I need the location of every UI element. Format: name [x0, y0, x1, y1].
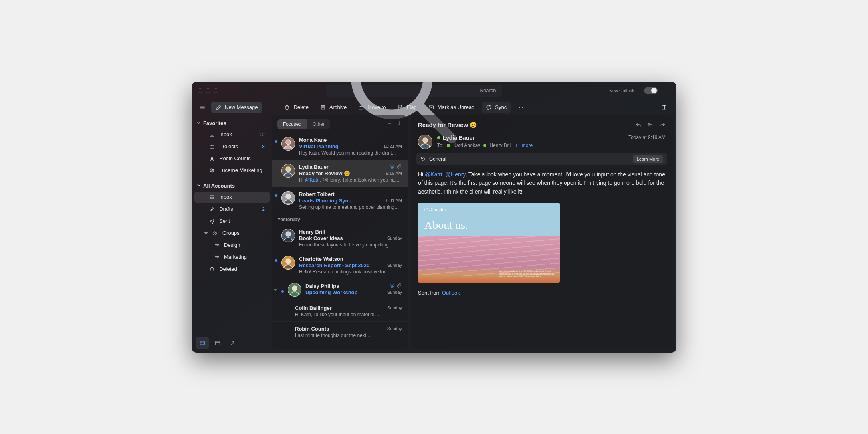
sidebar-drafts[interactable]: Drafts2 — [194, 204, 270, 215]
favorites-section-header[interactable]: Favorites — [192, 118, 272, 129]
learn-more-button[interactable]: Learn More — [633, 155, 663, 163]
message-item[interactable]: Henry Brill Book Cover IdeasSunday Found… — [272, 225, 408, 252]
filter-button[interactable] — [387, 121, 392, 128]
chevron-down-icon — [204, 231, 208, 235]
message-item[interactable]: Charlotte Waltson Research Report - Sept… — [272, 252, 408, 279]
hamburger-button[interactable] — [197, 102, 208, 113]
chevron-down-icon — [197, 121, 201, 125]
mention-link[interactable]: @Henry — [445, 171, 466, 178]
archive-button[interactable]: Archive — [316, 102, 351, 113]
flag-button[interactable]: Flag — [393, 102, 421, 113]
more-apps-icon[interactable] — [242, 337, 254, 349]
reading-pane-header: Ready for Review 😊 — [411, 115, 673, 132]
app-window: Search New Outlook New Message Delete Ar… — [192, 82, 676, 353]
calendar-app-icon[interactable] — [211, 337, 224, 349]
forward-button[interactable] — [659, 121, 666, 129]
svg-rect-6 — [429, 106, 434, 109]
svg-point-14 — [212, 169, 214, 170]
sidebar-favorite-person[interactable]: Robin Counts — [194, 153, 270, 164]
presence-indicator — [483, 144, 486, 147]
panel-toggle-button[interactable] — [657, 102, 671, 113]
reading-pane: Ready for Review 😊 Lydia Bauer To: Katri… — [411, 115, 673, 349]
sidebar-favorite-group[interactable]: Lucerne Marketing — [194, 165, 270, 176]
message-item[interactable]: Lydia Bauer Ready for Review 😊9:19 AM Hi… — [272, 160, 408, 187]
message-list-panel: Focused Other Mona Kane Virtual Planning… — [272, 115, 408, 349]
tag-icon — [420, 156, 426, 162]
trash-icon — [209, 266, 215, 272]
outlook-link[interactable]: Outlook — [442, 290, 460, 296]
search-field[interactable]: Search — [326, 85, 502, 97]
new-outlook-toggle[interactable] — [644, 87, 658, 94]
category-label: General — [429, 156, 446, 162]
new-message-button[interactable]: New Message — [211, 102, 262, 113]
sender-name: Lydia Bauer — [437, 135, 624, 141]
search-placeholder: Search — [480, 87, 496, 93]
sync-button[interactable]: Sync — [482, 102, 511, 113]
sidebar-groups[interactable]: Groups — [194, 228, 270, 239]
mention-icon — [389, 164, 395, 170]
svg-point-12 — [211, 157, 213, 159]
mark-unread-button[interactable]: Mark as Unread — [424, 102, 478, 113]
inline-image[interactable]: 01/Chapter About us. Lorem ipsum dolor s… — [418, 203, 560, 283]
svg-point-24 — [232, 341, 234, 343]
reply-all-button[interactable] — [647, 121, 654, 129]
message-item[interactable]: Robin CountsSunday Last minute thoughts … — [272, 322, 408, 342]
mention-link[interactable]: @Katri — [425, 171, 442, 178]
more-recipients-link[interactable]: +1 more — [515, 143, 533, 148]
svg-point-32 — [391, 166, 393, 168]
svg-point-25 — [246, 343, 247, 343]
mention-icon — [389, 283, 395, 289]
message-item[interactable]: Daisy Phillips Upcoming WorkshopSunday — [272, 279, 408, 301]
sidebar-deleted[interactable]: Deleted — [194, 264, 270, 275]
message-item[interactable]: Robert Tolbert Leads Planning Sync8:31 A… — [272, 187, 408, 214]
avatar — [281, 256, 295, 270]
group-icon — [214, 254, 220, 260]
svg-point-8 — [521, 107, 521, 108]
other-tab[interactable]: Other — [307, 119, 330, 129]
message-item[interactable]: Mona Kane Virtual Planning10:21 AM Hey K… — [272, 133, 408, 160]
sender-block: Lydia Bauer To: Katri Ahokas Henry Brill… — [411, 132, 673, 153]
reply-button[interactable] — [635, 121, 642, 129]
more-actions-button[interactable] — [514, 102, 528, 113]
message-item[interactable]: Colin BallingerSunday Hi Katri, I'd like… — [272, 301, 408, 322]
people-app-icon[interactable] — [226, 337, 239, 349]
focused-other-tabs: Focused Other — [277, 119, 330, 129]
mail-app-icon[interactable] — [196, 337, 209, 349]
compose-icon — [215, 104, 222, 111]
svg-point-18 — [217, 244, 218, 245]
category-bar: General Learn More — [416, 153, 667, 165]
focused-tab[interactable]: Focused — [277, 119, 307, 129]
inbox-icon — [209, 194, 215, 200]
sender-avatar — [418, 135, 432, 149]
message-list-header: Focused Other — [272, 115, 408, 133]
sent-icon — [209, 218, 215, 224]
message-list: Mona Kane Virtual Planning10:21 AM Hey K… — [272, 133, 408, 349]
presence-indicator — [447, 144, 450, 147]
sidebar-sent[interactable]: Sent — [194, 216, 270, 227]
zoom-window-button[interactable] — [214, 88, 218, 93]
svg-point-44 — [422, 158, 423, 159]
svg-point-19 — [215, 256, 217, 257]
svg-point-43 — [423, 138, 428, 143]
sidebar-group-design[interactable]: Design — [194, 240, 270, 251]
sort-button[interactable] — [396, 121, 402, 128]
email-body: Hi @Katri, @Henry, Take a look when you … — [411, 169, 673, 304]
avatar — [281, 164, 295, 178]
sidebar-favorite-projects[interactable]: Projects8 — [194, 141, 270, 152]
minimize-window-button[interactable] — [206, 88, 210, 93]
unread-dot — [275, 140, 277, 143]
move-to-button[interactable]: Move to — [354, 102, 390, 113]
sidebar-group-marketing[interactable]: Marketing — [194, 252, 270, 263]
avatar — [281, 137, 295, 151]
sidebar-inbox[interactable]: Inbox — [194, 192, 270, 203]
chevron-down-icon — [197, 184, 201, 188]
delete-button[interactable]: Delete — [280, 102, 313, 113]
all-accounts-section-header[interactable]: All Accounts — [192, 180, 272, 191]
svg-point-27 — [249, 343, 250, 343]
thread-expand[interactable] — [275, 283, 277, 297]
sidebar-favorite-inbox[interactable]: Inbox12 — [194, 129, 270, 140]
svg-point-16 — [216, 232, 217, 233]
avatar — [281, 229, 295, 242]
close-window-button[interactable] — [198, 88, 202, 93]
recipients-line: To: Katri Ahokas Henry Brill +1 more — [437, 143, 624, 148]
